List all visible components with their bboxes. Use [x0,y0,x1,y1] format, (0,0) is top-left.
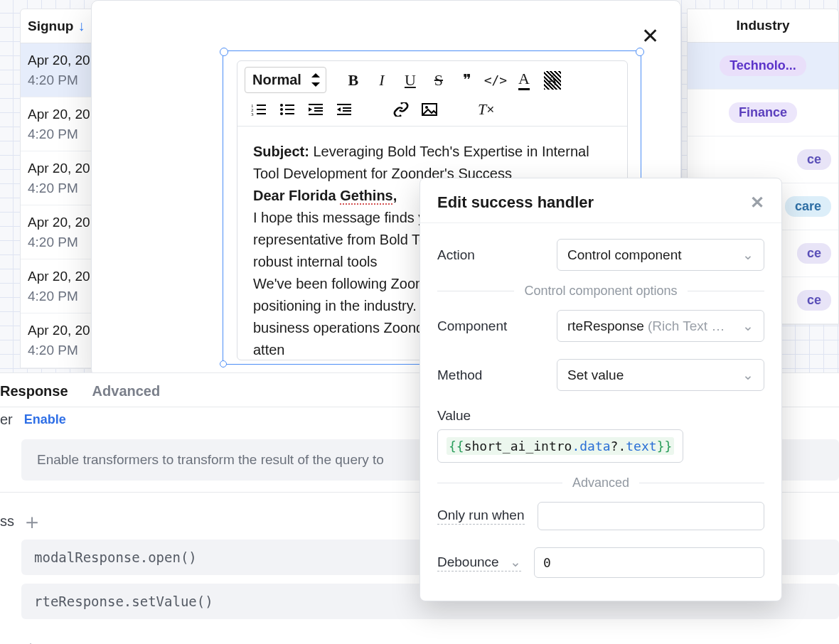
bullet-list-icon[interactable] [273,97,301,122]
advanced-divider: Advanced [437,476,764,490]
table-row[interactable]: Finance [688,90,838,136]
value-input[interactable]: {{short_ai_intro.data?.text}} [437,429,683,463]
debounce-input[interactable]: 0 [534,547,764,578]
svg-text:3: 3 [251,112,254,116]
success-handlers-label-fragment: ss [0,513,14,530]
only-run-when-label: Only run when [437,508,525,525]
method-label: Method [437,367,544,383]
failure-handlers-label-fragment: re [0,640,13,645]
bold-icon[interactable]: B [339,68,368,92]
value-code: {{short_ai_intro.data?.text}} [447,437,674,455]
industry-column-header[interactable]: Industry [688,9,838,43]
enable-transformers-link[interactable]: Enable [24,412,66,427]
indent-icon[interactable] [330,97,358,122]
industry-badge: ce [797,290,831,311]
edit-success-handler-popover: Edit success handler ✕ Action Control co… [419,178,782,601]
svg-point-23 [425,106,428,109]
close-popover-button[interactable]: ✕ [750,193,764,213]
popover-title: Edit success handler [437,193,594,212]
industry-badge: care [785,196,831,217]
svg-point-10 [280,108,283,111]
text-highlight-icon[interactable]: A [538,68,567,92]
image-icon[interactable] [415,97,444,122]
signup-header-label: Signup [28,18,73,34]
debounce-label: Debounce ⌄ [437,554,521,571]
component-label: Component [437,318,544,334]
sort-descending-icon[interactable]: ↓ [78,18,85,34]
component-select[interactable]: rteResponse (Rich Text … ⌄ [557,310,764,342]
clear-format-icon[interactable]: T✕ [472,97,501,122]
outdent-icon[interactable] [301,97,330,122]
format-select[interactable]: Normal [245,67,326,93]
italic-icon[interactable]: I [368,68,396,92]
strikethrough-icon[interactable]: S [424,68,453,92]
code-block-icon[interactable]: </> [481,68,510,92]
svg-point-9 [280,104,283,107]
tab-response[interactable]: Response [0,383,68,399]
greeting: Dear Florida Gethins, [253,188,397,203]
options-divider: Control component options [437,284,764,299]
method-select[interactable]: Set value ⌄ [557,359,764,391]
value-label: Value [437,408,471,424]
industry-badge: ce [797,149,831,170]
industry-header-label: Industry [737,18,790,33]
svg-marker-21 [337,107,341,112]
editor-toolbar: Normal B I U S ❞ </> A A 123 [237,61,627,127]
tab-advanced[interactable]: Advanced [92,383,161,399]
svg-point-11 [280,112,283,115]
chevron-down-icon: ⌄ [742,247,754,263]
link-icon[interactable] [387,97,415,122]
chevron-down-icon[interactable]: ⌄ [510,554,521,569]
industry-badge: Finance [729,102,797,123]
ordered-list-icon[interactable]: 123 [245,97,273,122]
industry-badge: Technolo... [720,55,806,76]
action-select[interactable]: Control component ⌄ [557,239,764,271]
transformer-label-fragment: er [0,412,13,428]
add-failure-handler-button[interactable]: ＋ [20,638,40,644]
industry-badge: ce [797,243,831,264]
table-row[interactable]: ce [688,136,838,183]
action-label: Action [437,247,544,263]
chevron-down-icon: ⌄ [742,367,754,383]
underline-icon[interactable]: U [396,68,424,92]
only-run-when-input[interactable] [538,502,764,530]
table-row[interactable]: Technolo... [688,43,838,90]
subject-label: Subject: [253,144,309,159]
add-success-handler-button[interactable]: ＋ [21,511,41,531]
text-color-icon[interactable]: A [510,68,538,92]
blockquote-icon[interactable]: ❞ [453,68,481,92]
svg-marker-16 [309,107,312,112]
close-modal-button[interactable]: ✕ [641,26,659,47]
chevron-down-icon: ⌄ [742,318,754,334]
